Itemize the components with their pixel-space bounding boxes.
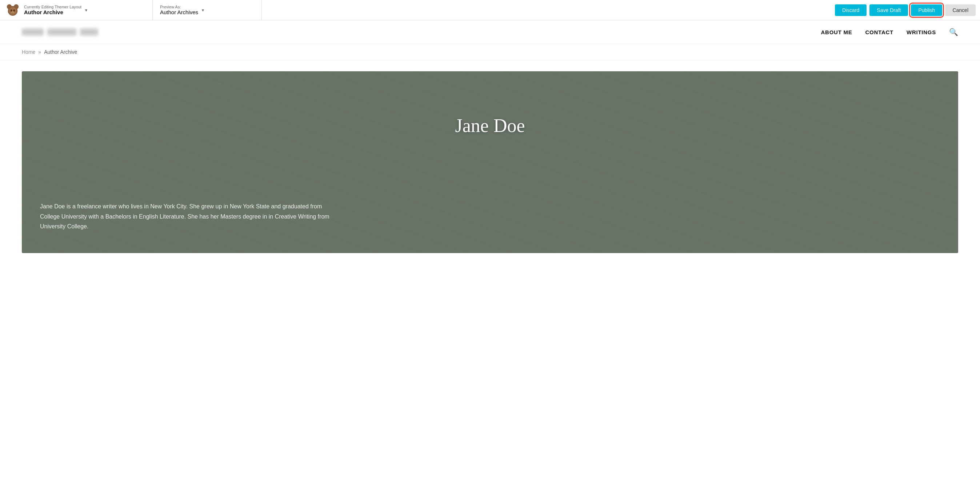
breadcrumb-home[interactable]: Home: [22, 49, 35, 55]
hero-content: Jane Doe Jane Doe is a freelance writer …: [22, 71, 958, 253]
save-draft-button[interactable]: Save Draft: [869, 4, 908, 16]
editing-label: Currently Editing Themer Layout: [24, 5, 81, 9]
svg-point-3: [9, 7, 17, 14]
toolbar: Currently Editing Themer Layout Author A…: [0, 0, 980, 21]
toolbar-actions: Discard Save Draft Publish Cancel: [830, 4, 980, 16]
editing-title: Author Archive: [24, 9, 81, 15]
hero-bio: Jane Doe is a freelance writer who lives…: [40, 201, 331, 239]
toolbar-preview-section: Preview As: Author Archives ▾: [153, 0, 262, 20]
breadcrumb-separator: »: [38, 49, 41, 55]
search-button[interactable]: 🔍: [949, 28, 958, 37]
search-icon: 🔍: [949, 28, 958, 36]
svg-point-4: [11, 10, 12, 12]
discard-button[interactable]: Discard: [835, 4, 867, 16]
nav-about-me[interactable]: ABOUT ME: [821, 29, 852, 35]
editing-dropdown-icon[interactable]: ▾: [85, 8, 87, 13]
hero-name: Jane Doe: [40, 115, 940, 136]
svg-point-5: [13, 10, 15, 12]
logo-blur-1: [22, 29, 44, 36]
preview-dropdown-icon[interactable]: ▾: [202, 8, 204, 13]
logo-blur-2: [47, 29, 76, 36]
nav-contact[interactable]: CONTACT: [865, 29, 894, 35]
preview-label: Preview As:: [160, 5, 198, 9]
site-header: ABOUT ME CONTACT WRITINGS 🔍: [0, 21, 980, 44]
themer-logo: [6, 3, 20, 17]
logo-blur-3: [80, 29, 98, 36]
svg-point-7: [12, 12, 14, 13]
preview-info: Preview As: Author Archives: [160, 5, 198, 15]
toolbar-editing-section: Currently Editing Themer Layout Author A…: [0, 0, 153, 20]
nav-writings[interactable]: WRITINGS: [907, 29, 936, 35]
hero-section: Jane Doe Jane Doe is a freelance writer …: [22, 71, 958, 253]
breadcrumb: Home » Author Archive: [0, 44, 980, 61]
site-logo: [22, 29, 98, 36]
editing-info: Currently Editing Themer Layout Author A…: [24, 5, 81, 15]
breadcrumb-current: Author Archive: [44, 49, 77, 55]
site-nav: ABOUT ME CONTACT WRITINGS 🔍: [821, 28, 958, 37]
preview-title: Author Archives: [160, 9, 198, 15]
publish-button[interactable]: Publish: [911, 4, 942, 16]
cancel-button[interactable]: Cancel: [945, 4, 976, 16]
